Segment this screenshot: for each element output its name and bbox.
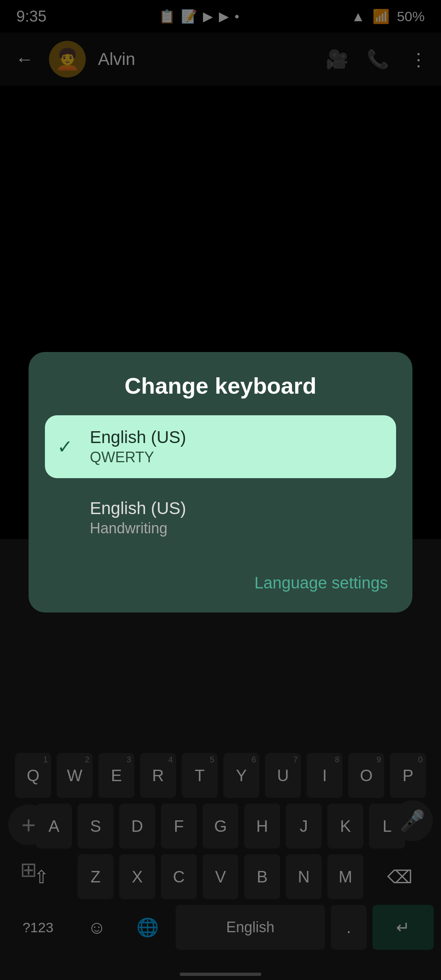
option-2-text: English (US) Handwriting <box>90 499 186 537</box>
dialog-title: Change keyboard <box>45 372 396 399</box>
change-keyboard-dialog: Change keyboard ✓ English (US) QWERTY ✓ … <box>29 352 412 612</box>
option-2-subtitle: Handwriting <box>90 520 186 537</box>
keyboard-option-qwerty[interactable]: ✓ English (US) QWERTY <box>45 415 396 478</box>
option-1-title: English (US) <box>90 428 186 447</box>
language-settings-button[interactable]: Language settings <box>246 570 396 596</box>
check-icon: ✓ <box>57 436 78 458</box>
option-1-text: English (US) QWERTY <box>90 428 186 466</box>
option-2-title: English (US) <box>90 499 186 518</box>
option-1-subtitle: QWERTY <box>90 449 186 466</box>
keyboard-option-handwriting[interactable]: ✓ English (US) Handwriting <box>45 486 396 549</box>
dialog-footer: Language settings <box>45 561 396 596</box>
